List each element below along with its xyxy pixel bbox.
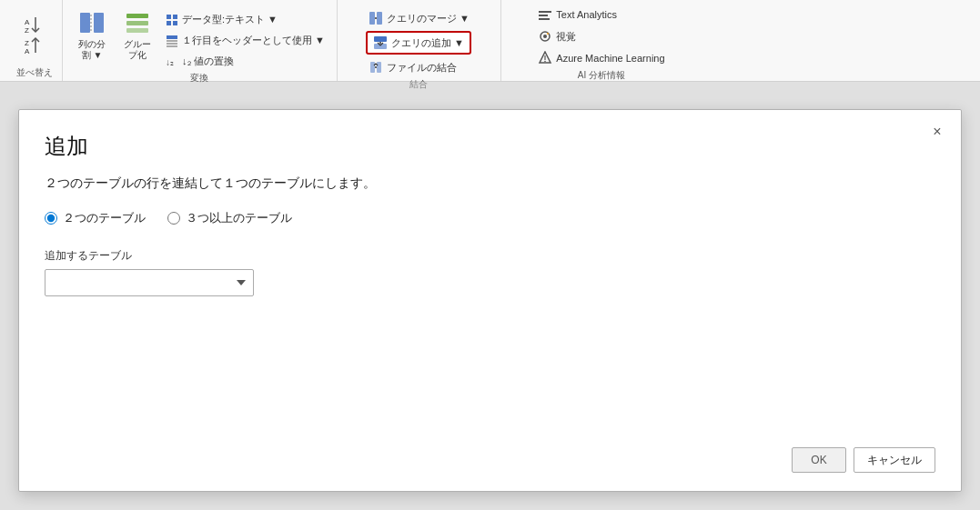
sort-group-label: 並べ替え (16, 65, 53, 79)
sort-az-icon: A Z (25, 15, 45, 34)
svg-rect-13 (173, 15, 177, 19)
ribbon-group-combine: クエリのマージ ▼ クエリの追加 ▼ (338, 0, 501, 81)
svg-rect-12 (167, 15, 171, 19)
split-column-label: 列の分割 ▼ (78, 39, 106, 61)
svg-rect-16 (167, 35, 177, 39)
svg-rect-19 (167, 45, 177, 47)
group-by-button[interactable]: グループ化 (117, 5, 157, 65)
merge-queries-label: クエリのマージ ▼ (387, 12, 470, 25)
table-count-radio-group: ２つのテーブル ３つ以上のテーブル (45, 210, 935, 226)
data-type-label: データ型:テキスト ▼ (182, 13, 278, 26)
merge-queries-button[interactable]: クエリのマージ ▼ (366, 9, 472, 27)
svg-text:Z: Z (25, 39, 29, 47)
svg-rect-11 (126, 28, 148, 33)
svg-rect-27 (370, 62, 375, 73)
group-by-label: グループ化 (124, 39, 151, 61)
ribbon-group-sort: A Z Z A 並べ替え (7, 0, 63, 81)
text-analytics-button[interactable]: Text Analytics (535, 5, 667, 24)
svg-text:Z: Z (25, 26, 29, 34)
ribbon-group-transform: 列の分割 ▼ グループ化 (63, 0, 338, 81)
combine-files-icon (369, 60, 383, 75)
dialog-close-button[interactable]: × (924, 119, 950, 145)
ai-group-label: AI 分析情報 (578, 67, 625, 82)
svg-rect-25 (374, 44, 387, 49)
svg-rect-21 (369, 12, 375, 25)
dialog-title: 追加 (45, 132, 935, 161)
three-tables-label: ３つ以上のテーブル (186, 210, 292, 226)
merge-queries-icon (369, 11, 383, 25)
dialog-description: ２つのテーブルの行を連結して１つのテーブルにします。 (45, 175, 935, 192)
append-queries-label: クエリの追加 ▼ (391, 36, 464, 50)
append-queries-button[interactable]: クエリの追加 ▼ (366, 31, 471, 55)
svg-rect-32 (539, 18, 550, 20)
dialog-footer: OK キャンセル (45, 447, 935, 473)
append-queries-icon (373, 35, 388, 50)
svg-rect-22 (377, 12, 382, 25)
svg-text:A: A (25, 18, 30, 26)
three-tables-radio[interactable] (167, 212, 180, 225)
first-row-label: １行目をヘッダーとして使用 ▼ (182, 34, 325, 47)
combine-files-label: ファイルの結合 (387, 61, 457, 75)
svg-rect-10 (126, 21, 148, 25)
svg-rect-6 (80, 13, 90, 33)
table-select-label: 追加するテーブル (45, 248, 935, 264)
svg-rect-18 (167, 43, 177, 45)
vision-label: 視覚 (556, 30, 576, 44)
ribbon: A Z Z A 並べ替え (0, 0, 980, 82)
sort-za-button[interactable]: Z A (22, 35, 47, 55)
svg-rect-7 (94, 13, 104, 33)
vision-button[interactable]: 視覚 (535, 27, 667, 45)
two-tables-label: ２つのテーブル (63, 210, 146, 226)
append-dialog: × 追加 ２つのテーブルの行を連結して１つのテーブルにします。 ２つのテーブル … (18, 109, 962, 492)
azure-ml-label: Azure Machine Learning (556, 53, 664, 64)
combine-files-button[interactable]: ファイルの結合 (366, 58, 460, 76)
split-column-button[interactable]: 列の分割 ▼ (72, 5, 112, 65)
svg-point-38 (545, 61, 547, 63)
svg-rect-30 (539, 11, 551, 13)
replace-value-icon: ↓₂ (166, 55, 178, 68)
ok-button[interactable]: OK (792, 447, 846, 473)
svg-rect-14 (167, 21, 171, 25)
three-tables-radio-label[interactable]: ３つ以上のテーブル (167, 210, 292, 226)
split-column-icon (78, 9, 106, 36)
text-analytics-label: Text Analytics (556, 9, 617, 20)
azure-ml-icon (538, 51, 552, 65)
svg-rect-15 (173, 21, 177, 25)
azure-ml-button[interactable]: Azure Machine Learning (535, 49, 667, 67)
svg-rect-24 (374, 36, 387, 42)
ribbon-group-ai: Text Analytics 視覚 Azure Machine Learning (501, 0, 702, 81)
vision-icon (538, 29, 552, 44)
close-icon: × (933, 124, 941, 140)
svg-rect-28 (377, 62, 381, 73)
sort-az-button[interactable]: A Z (22, 15, 47, 35)
svg-rect-9 (126, 14, 148, 18)
svg-point-34 (543, 35, 547, 38)
svg-point-35 (547, 33, 549, 35)
svg-text:↓₂: ↓₂ (166, 57, 174, 67)
data-type-button[interactable]: データ型:テキスト ▼ (163, 11, 328, 28)
cancel-button[interactable]: キャンセル (854, 447, 935, 473)
replace-value-button[interactable]: ↓₂ ↓₂ 値の置換 (163, 53, 328, 70)
data-type-icon (166, 14, 178, 26)
svg-text:A: A (25, 47, 30, 55)
group-by-icon (124, 9, 151, 36)
svg-rect-31 (539, 15, 548, 16)
text-analytics-icon (538, 7, 552, 22)
svg-rect-17 (167, 40, 177, 42)
first-row-button[interactable]: １行目をヘッダーとして使用 ▼ (163, 32, 328, 49)
two-tables-radio-label[interactable]: ２つのテーブル (45, 210, 146, 226)
table-select[interactable] (45, 269, 254, 296)
first-row-icon (166, 35, 178, 47)
two-tables-radio[interactable] (45, 212, 57, 225)
replace-value-label: ↓₂ 値の置換 (182, 55, 234, 68)
sort-za-icon: Z A (25, 36, 45, 55)
